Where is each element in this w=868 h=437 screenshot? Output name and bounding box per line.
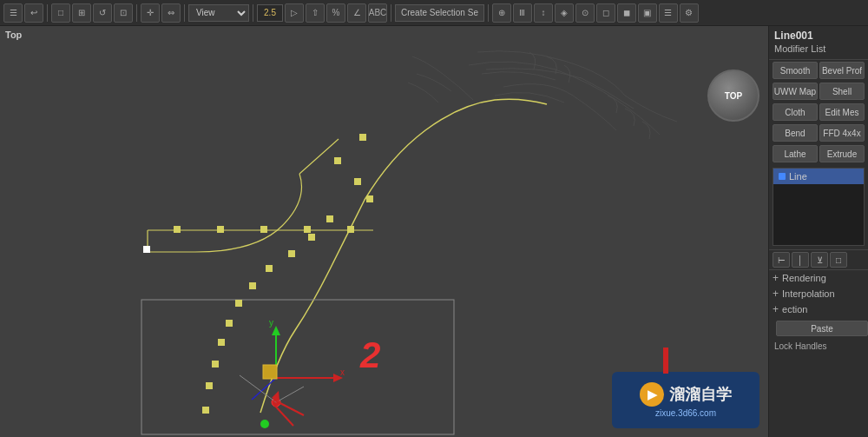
toolbar-sep-3: [184, 4, 185, 22]
toolbar-btn-l[interactable]: ◼: [617, 3, 636, 23]
svg-rect-15: [226, 320, 233, 327]
toolbar: ☰ ↩ □ ⊞ ↺ ⊡ ✛ ⇔ View 2.5 ▷ ⇧ % ∠ ABC Cre…: [0, 0, 868, 26]
svg-rect-20: [174, 226, 181, 233]
plus-icon-rendering: +: [773, 272, 779, 284]
main-area: Top: [0, 26, 868, 437]
toolbar-btn-m[interactable]: ▣: [638, 3, 657, 23]
svg-line-3: [299, 139, 339, 174]
svg-rect-5: [359, 134, 366, 141]
rp-btn-smooth[interactable]: Smooth: [773, 62, 818, 79]
rp-tool-square[interactable]: □: [830, 252, 847, 268]
rp-btn-lathe[interactable]: Lathe: [773, 145, 818, 162]
rp-paste-btn[interactable]: Paste: [776, 321, 868, 336]
svg-rect-19: [202, 407, 209, 414]
rp-object-name: Line001: [774, 30, 863, 42]
toolbar-btn-h[interactable]: ↕: [534, 3, 553, 23]
rp-tool-pipe[interactable]: │: [792, 252, 809, 268]
svg-line-35: [276, 387, 304, 402]
toolbar-btn-select[interactable]: □: [51, 3, 70, 23]
svg-rect-18: [206, 382, 213, 389]
rp-row-3: Cloth Edit Mes: [769, 102, 868, 122]
red-bar-indicator: [663, 348, 668, 374]
toolbar-btn-rotate[interactable]: ↺: [93, 3, 112, 23]
toolbar-btn-j[interactable]: ⊙: [575, 3, 595, 23]
toolbar-btn-d[interactable]: ∠: [347, 3, 366, 23]
rp-list-dot: [779, 173, 786, 180]
toolbar-btn-i[interactable]: ◈: [555, 3, 574, 23]
rp-btn-ffd[interactable]: FFD 4x4x: [819, 124, 865, 142]
toolbar-btn-mirror[interactable]: ⇔: [161, 3, 181, 23]
right-panel: Line001 Modifier List Smooth Bevel Prof …: [768, 26, 868, 437]
svg-rect-12: [266, 265, 273, 272]
nav-cube-display: TOP: [707, 70, 760, 122]
svg-rect-17: [212, 361, 219, 367]
toolbar-btn-a[interactable]: ▷: [285, 3, 304, 23]
rp-btn-edit-mes[interactable]: Edit Mes: [819, 103, 865, 121]
svg-rect-4: [141, 300, 454, 434]
rp-tool-pin[interactable]: ⊢: [773, 252, 790, 268]
svg-rect-31: [263, 365, 277, 379]
nav-cube[interactable]: TOP: [707, 70, 760, 122]
svg-line-34: [240, 375, 276, 402]
svg-rect-11: [288, 250, 295, 257]
svg-rect-7: [354, 178, 361, 185]
toolbar-btn-gizmo[interactable]: ✛: [141, 3, 160, 23]
rp-btn-shell[interactable]: Shell: [819, 83, 865, 100]
view-dropdown[interactable]: View: [188, 4, 249, 22]
rp-tool-xor[interactable]: ⊻: [811, 252, 828, 268]
toolbar-btn-c[interactable]: %: [326, 3, 345, 23]
toolbar-sep-2: [136, 4, 137, 22]
rp-btn-cloth[interactable]: Cloth: [773, 103, 818, 121]
svg-rect-24: [347, 226, 354, 233]
rp-row-5: Lathe Extrude: [769, 143, 868, 164]
svg-rect-8: [366, 195, 373, 202]
svg-line-38: [273, 404, 293, 426]
svg-rect-9: [326, 215, 333, 222]
svg-rect-22: [260, 226, 267, 233]
svg-rect-6: [334, 157, 341, 164]
watermark-text: 溜溜自学: [669, 384, 732, 405]
toolbar-sep-6: [488, 4, 489, 22]
rp-btn-extrude[interactable]: Extrude: [819, 145, 865, 162]
toolbar-btn-scale[interactable]: ⊡: [114, 3, 133, 23]
rp-section-selection[interactable]: + ection: [769, 301, 868, 317]
rp-row-4: Bend FFD 4x4x: [769, 122, 868, 143]
rp-section-rendering-label: Rendering: [782, 273, 826, 283]
rp-tools-row: ⊢ │ ⊻ □: [769, 249, 868, 270]
watermark-url: zixue.3d66.com: [655, 408, 716, 418]
svg-line-30: [252, 378, 276, 400]
toolbar-btn-move[interactable]: ⊞: [72, 3, 91, 23]
rp-paste-area: Paste: [769, 317, 868, 340]
rp-btn-bevel-prof[interactable]: Bevel Prof: [819, 62, 865, 79]
toolbar-btn-e[interactable]: ABC: [368, 3, 387, 23]
rp-section-rendering[interactable]: + Rendering: [769, 270, 868, 286]
toolbar-btn-f[interactable]: ⊕: [492, 3, 511, 23]
toolbar-btn-b[interactable]: ⇧: [306, 3, 325, 23]
rp-list-item-line[interactable]: Line: [773, 169, 864, 184]
rp-btn-uww-map[interactable]: UWW Map: [773, 83, 818, 100]
plus-icon-interpolation: +: [773, 288, 779, 300]
svg-rect-25: [143, 246, 150, 253]
rp-btn-bend[interactable]: Bend: [773, 124, 818, 142]
svg-rect-23: [304, 226, 311, 233]
toolbar-btn-undo[interactable]: ↩: [24, 3, 43, 23]
toolbar-num[interactable]: 2.5: [257, 4, 283, 22]
toolbar-btn-o[interactable]: ⚙: [680, 3, 699, 23]
toolbar-btn-g[interactable]: Ⅲ: [513, 3, 532, 23]
selection-label[interactable]: Create Selection Se: [395, 4, 484, 22]
svg-line-36: [273, 400, 304, 415]
svg-point-33: [260, 420, 269, 428]
viewport[interactable]: Top: [0, 26, 768, 437]
svg-rect-16: [218, 339, 225, 346]
rp-section-interpolation[interactable]: + Interpolation: [769, 286, 868, 301]
rp-section-interpolation-label: Interpolation: [782, 288, 835, 299]
rp-modifier-stack[interactable]: Line: [773, 168, 865, 246]
watermark-icon: ▶: [640, 382, 664, 407]
toolbar-btn-menu[interactable]: ☰: [3, 3, 23, 23]
toolbar-btn-k[interactable]: ◻: [596, 3, 615, 23]
svg-rect-14: [235, 300, 242, 307]
toolbar-sep-5: [391, 4, 391, 22]
toolbar-sep-4: [253, 4, 253, 22]
svg-rect-21: [217, 226, 224, 233]
toolbar-btn-n[interactable]: ☰: [659, 3, 678, 23]
